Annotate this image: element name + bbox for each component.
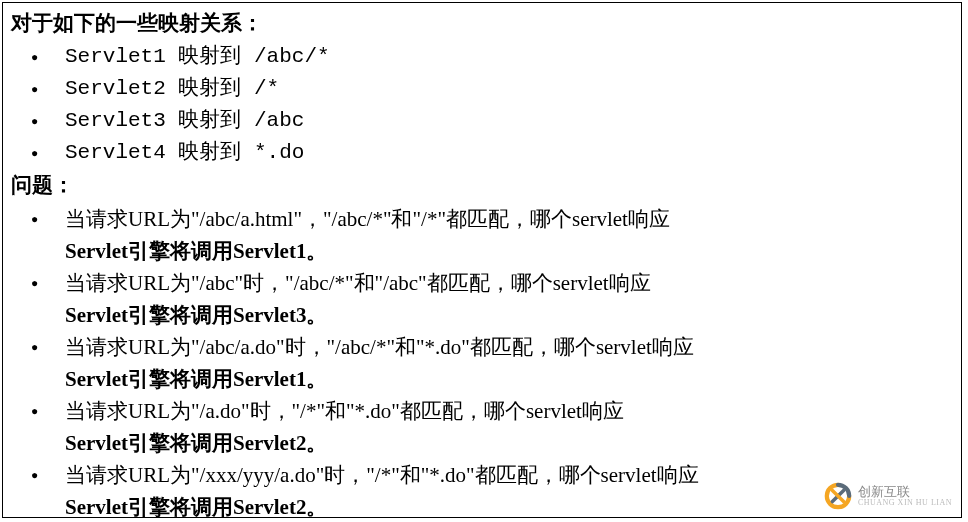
watermark-logo-icon bbox=[824, 482, 852, 510]
question-text: 当请求URL为"/abc/a.html"，"/abc/*"和"/*"都匹配，哪个… bbox=[65, 203, 953, 235]
question-text: 当请求URL为"/a.do"时，"/*"和"*.do"都匹配，哪个servlet… bbox=[65, 395, 953, 427]
bullet-icon: ● bbox=[31, 137, 65, 169]
questions-list: ● 当请求URL为"/abc/a.html"，"/abc/*"和"/*"都匹配，… bbox=[11, 203, 953, 518]
bullet-icon: ● bbox=[31, 41, 65, 73]
mappings-heading: 对于如下的一些映射关系： bbox=[11, 7, 953, 39]
answer-text: Servlet引擎将调用Servlet2。 bbox=[65, 427, 953, 459]
bullet-icon: ● bbox=[31, 267, 65, 299]
mapping-text: Servlet4 映射到 *.do bbox=[65, 137, 953, 169]
bullet-icon: ● bbox=[31, 459, 65, 491]
list-item: ● Servlet1 映射到 /abc/* bbox=[31, 41, 953, 73]
bullet-icon: ● bbox=[31, 331, 65, 363]
question-block: 当请求URL为"/abc/a.do"时，"/abc/*"和"*.do"都匹配，哪… bbox=[65, 331, 953, 395]
list-item: ● 当请求URL为"/abc"时，"/abc/*"和"/abc"都匹配，哪个se… bbox=[31, 267, 953, 331]
bullet-icon: ● bbox=[31, 203, 65, 235]
list-item: ● 当请求URL为"/abc/a.do"时，"/abc/*"和"*.do"都匹配… bbox=[31, 331, 953, 395]
question-block: 当请求URL为"/abc"时，"/abc/*"和"/abc"都匹配，哪个serv… bbox=[65, 267, 953, 331]
mapping-text: Servlet3 映射到 /abc bbox=[65, 105, 953, 137]
mapping-text: Servlet1 映射到 /abc/* bbox=[65, 41, 953, 73]
list-item: ● Servlet2 映射到 /* bbox=[31, 73, 953, 105]
watermark-text-block: 创新互联 CHUANG XIN HU LIAN bbox=[858, 485, 952, 507]
answer-text: Servlet引擎将调用Servlet1。 bbox=[65, 363, 953, 395]
question-block: 当请求URL为"/a.do"时，"/*"和"*.do"都匹配，哪个servlet… bbox=[65, 395, 953, 459]
watermark-main: 创新互联 bbox=[858, 485, 952, 498]
bullet-icon: ● bbox=[31, 105, 65, 137]
bullet-icon: ● bbox=[31, 395, 65, 427]
question-text: 当请求URL为"/abc"时，"/abc/*"和"/abc"都匹配，哪个serv… bbox=[65, 267, 953, 299]
answer-text: Servlet引擎将调用Servlet3。 bbox=[65, 299, 953, 331]
question-text: 当请求URL为"/abc/a.do"时，"/abc/*"和"*.do"都匹配，哪… bbox=[65, 331, 953, 363]
document-container: 对于如下的一些映射关系： ● Servlet1 映射到 /abc/* ● Ser… bbox=[2, 2, 962, 518]
watermark-sub: CHUANG XIN HU LIAN bbox=[858, 498, 952, 507]
list-item: ● Servlet3 映射到 /abc bbox=[31, 105, 953, 137]
list-item: ● 当请求URL为"/xxx/yyy/a.do"时，"/*"和"*.do"都匹配… bbox=[31, 459, 953, 518]
answer-text: Servlet引擎将调用Servlet1。 bbox=[65, 235, 953, 267]
mappings-list: ● Servlet1 映射到 /abc/* ● Servlet2 映射到 /* … bbox=[11, 41, 953, 169]
list-item: ● 当请求URL为"/abc/a.html"，"/abc/*"和"/*"都匹配，… bbox=[31, 203, 953, 267]
bullet-icon: ● bbox=[31, 73, 65, 105]
watermark: 创新互联 CHUANG XIN HU LIAN bbox=[818, 478, 958, 514]
questions-heading: 问题： bbox=[11, 169, 953, 201]
question-block: 当请求URL为"/abc/a.html"，"/abc/*"和"/*"都匹配，哪个… bbox=[65, 203, 953, 267]
list-item: ● Servlet4 映射到 *.do bbox=[31, 137, 953, 169]
mapping-text: Servlet2 映射到 /* bbox=[65, 73, 953, 105]
list-item: ● 当请求URL为"/a.do"时，"/*"和"*.do"都匹配，哪个servl… bbox=[31, 395, 953, 459]
